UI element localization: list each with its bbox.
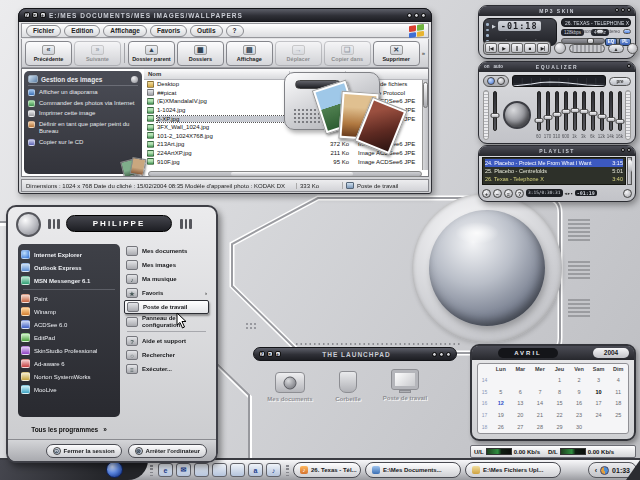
play-button[interactable]: ▶ (498, 43, 510, 53)
calendar-day[interactable]: 27 (511, 424, 531, 430)
start-item-msn-messenger[interactable]: MSN Messenger 6.1 (21, 274, 117, 287)
file-row[interactable]: 101-2_1024X768.jpg (144, 132, 428, 141)
calendar-day-today[interactable]: 10 (589, 389, 609, 395)
start-item-favoris[interactable]: ★Favoris› (124, 286, 209, 300)
close-button[interactable] (421, 13, 426, 18)
file-row-selected[interactable]: 2-XP.jpg333 KoImage ACDSee6 JPE (144, 114, 428, 123)
eq-band-14k[interactable]: 14k (606, 90, 615, 140)
menu-outils[interactable]: Outils (190, 25, 222, 37)
playlist-select-button[interactable]: ≡ (504, 189, 513, 198)
start-item-acdsee[interactable]: ACDSee 6.0 (21, 318, 117, 331)
eq-on-button[interactable] (487, 77, 495, 85)
quicklaunch-acdsee-icon[interactable]: a (248, 463, 263, 477)
start-item-skinstudio[interactable]: SkinStudio Professional (21, 344, 117, 357)
copy-to-button[interactable]: ❏ Copier dans (324, 41, 371, 66)
mini-play-icon[interactable]: ▸ (568, 191, 570, 196)
eject-button[interactable] (554, 42, 566, 54)
equalizer-titlebar[interactable]: on auto EQUALIZER (479, 62, 635, 72)
calendar-header[interactable]: AVRIL 2004 (472, 346, 634, 360)
desktop-icon-corbeille[interactable]: Corbeille (326, 371, 370, 402)
visualizer-scope[interactable] (492, 32, 553, 40)
playlist-remove-button[interactable]: − (493, 189, 502, 198)
calendar-day[interactable]: 1 (550, 377, 570, 383)
calendar-day[interactable]: 14 (530, 400, 550, 406)
menu-favoris[interactable]: Favoris (150, 25, 187, 37)
menu-affichage[interactable]: Affichage (103, 25, 147, 37)
calendar-day-selected[interactable]: 12 (491, 400, 511, 406)
forward-button[interactable]: » Suivante (74, 41, 121, 66)
column-size[interactable]: Taille (290, 71, 346, 77)
close-button[interactable] (627, 148, 631, 152)
panel-collapse-knob[interactable] (131, 76, 138, 83)
start-item-internet-explorer[interactable]: Internet Explorer (21, 248, 117, 261)
start-button[interactable] (106, 461, 123, 478)
start-item-adaware[interactable]: Ad-aware 6 (21, 357, 117, 370)
views-button[interactable]: ▤ Affichage (226, 41, 273, 66)
vertical-scrollbar[interactable] (422, 80, 428, 170)
task-button-winamp[interactable]: ♪ 26. Texas - Tél... (293, 462, 361, 478)
playlist-add-button[interactable]: + (482, 189, 491, 198)
eq-band-12k[interactable]: 12k (597, 90, 606, 140)
explorer-titlebar[interactable]: ? × + E:/MES DOCUMENTS/MES IMAGES/WALLPA… (18, 8, 432, 22)
calendar-day[interactable]: 11 (608, 389, 628, 395)
calendar-day[interactable]: 22 (550, 412, 570, 418)
eq-auto-tab[interactable]: auto (494, 64, 504, 69)
time-display[interactable]: -01:18 (498, 21, 541, 31)
move-button[interactable]: → Déplacer (275, 41, 322, 66)
calendar-day[interactable]: 4 (608, 377, 628, 383)
maximize-button[interactable] (414, 13, 419, 18)
scrollbar-thumb[interactable] (628, 160, 632, 172)
playlist-item-current[interactable]: 26. Texas - Telephone X3:40 (485, 175, 623, 183)
eq-on-tab[interactable]: on (484, 64, 490, 69)
scrollbar-thumb[interactable] (423, 82, 428, 108)
close-button[interactable] (627, 8, 631, 12)
calendar-day[interactable]: 3 (589, 377, 609, 383)
preset-button[interactable]: pre (609, 77, 631, 86)
pause-button[interactable]: || (511, 43, 523, 53)
calendar-day[interactable]: 6 (511, 389, 531, 395)
task-commander-photos[interactable]: Commander des photos via Internet (28, 100, 138, 108)
calendar-day[interactable]: 8 (550, 389, 570, 395)
task-button-fichiers[interactable]: E:\Mes Fichiers Upl... (465, 462, 561, 478)
mini-stop-icon[interactable]: ▪ (571, 191, 573, 196)
task-papier-peint[interactable]: Définir en tant que papier peint du Bure… (28, 121, 138, 136)
launchpad-titlebar[interactable]: ? × + THE LAUNCHPAD (253, 347, 457, 361)
start-item-rechercher[interactable]: ○Rechercher (124, 348, 209, 362)
calendar-day[interactable]: 2 (569, 377, 589, 383)
eq-band-60[interactable]: 60 (534, 90, 543, 140)
horizontal-scrollbar[interactable] (148, 171, 422, 177)
stop-button[interactable]: ■ (524, 43, 536, 53)
mini-prev-icon[interactable]: ◂ (565, 191, 567, 196)
start-item-winamp[interactable]: Winamp (21, 305, 117, 318)
task-button-mes-documents[interactable]: E:\Mes Documents... (365, 462, 461, 478)
desktop-icon-mes-documents[interactable]: Mes documents (258, 372, 322, 402)
quicklaunch-ie-icon[interactable]: e (158, 463, 173, 477)
start-item-panneau-config[interactable]: Panneau de configuration (124, 314, 209, 329)
menu-aide[interactable]: ? (226, 25, 244, 37)
file-row[interactable]: 213Art.jpg372 KoImage ACDSee6 JPE (144, 140, 428, 149)
seek-bar[interactable] (569, 44, 605, 53)
eq-band-16k[interactable]: 16k (615, 90, 624, 140)
playlist-titlebar[interactable]: PLAYLIST (479, 146, 635, 156)
folders-button[interactable]: ▦ Dossiers (177, 41, 224, 66)
toolbar-grip[interactable] (286, 465, 289, 476)
file-row[interactable]: ##picat1 KoURL:File Protocol (144, 89, 428, 98)
calendar-day[interactable]: 26 (491, 424, 511, 430)
window-close-icon[interactable]: × (267, 351, 273, 357)
close-button[interactable] (627, 64, 631, 68)
column-type[interactable]: Type (346, 71, 428, 77)
shuffle-button[interactable]: ▲ (608, 44, 624, 53)
maximize-button[interactable] (439, 352, 444, 357)
file-row[interactable]: DesktopDossier de fichiers (144, 80, 428, 89)
minimize-button[interactable] (615, 8, 619, 12)
task-imprimer[interactable]: Imprimer cette image (28, 110, 138, 118)
scrollbar-thumb[interactable] (231, 172, 353, 176)
file-row[interactable]: 3FX_Wall_1024.jpg (144, 123, 428, 132)
quicklaunch-winamp-icon[interactable]: ♪ (266, 463, 281, 477)
playlist-item[interactable]: 27. Texas - Broken3:26 (485, 183, 623, 185)
window-close-icon[interactable]: × (32, 12, 38, 18)
quicklaunch-mail-icon[interactable]: ✉ (176, 463, 191, 477)
window-expand-icon[interactable]: + (275, 351, 281, 357)
calendar-day[interactable]: 15 (550, 400, 570, 406)
eq-auto-button[interactable] (497, 77, 505, 85)
